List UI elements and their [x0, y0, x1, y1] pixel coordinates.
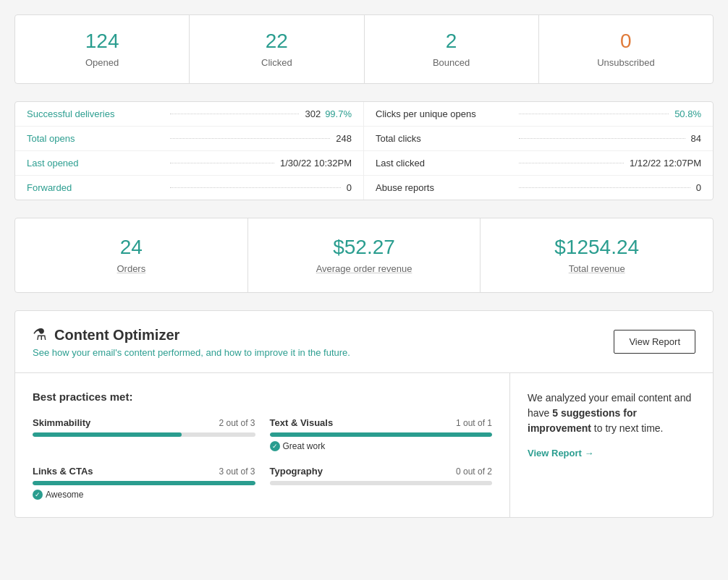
- stat-opened: 124 Opened: [15, 15, 190, 83]
- practice-score: 2 out of 3: [219, 418, 255, 428]
- practice-score: 0 out of 2: [456, 466, 492, 477]
- optimizer-title: Content Optimizer: [54, 327, 179, 344]
- metric-total-clicks: Total clicks 84: [364, 127, 713, 151]
- practice-name: Links & CTAs: [33, 466, 93, 477]
- unsubscribed-label: Unsubscribed: [597, 57, 655, 68]
- view-report-link[interactable]: View Report →: [528, 448, 695, 459]
- metric-label: Last clicked: [376, 158, 513, 169]
- practice-typography: Typography 0 out of 2: [270, 466, 493, 500]
- practices-grid: Skimmability 2 out of 3 Text & Visuals 1…: [33, 417, 492, 500]
- metric-sub-label: 99.7%: [325, 108, 352, 119]
- revenue-orders: 24 Orders: [15, 218, 248, 292]
- practice-name: Skimmability: [33, 417, 90, 428]
- revenue-row: 24 Orders $52.27 Average order revenue $…: [14, 218, 714, 293]
- opened-number: 124: [27, 30, 177, 53]
- practice-links-ctas: Links & CTAs 3 out of 3 ✓ Awesome: [33, 466, 255, 500]
- bounced-number: 2: [376, 30, 527, 53]
- metric-value: 84: [691, 133, 701, 144]
- metric-total-opens: Total opens 248: [15, 127, 363, 151]
- practice-name: Text & Visuals: [270, 417, 334, 428]
- optimizer-body: Best practices met: Skimmability 2 out o…: [15, 373, 713, 517]
- metric-label: Last opened: [27, 158, 164, 169]
- view-report-button[interactable]: View Report: [614, 330, 695, 354]
- metric-value: 1/30/22 10:32PM: [280, 158, 352, 169]
- metric-sub-value: 302: [305, 108, 321, 119]
- progress-bar-bg: [270, 432, 493, 437]
- practices-title: Best practices met:: [33, 391, 492, 403]
- flask-icon: ⚗: [33, 325, 47, 344]
- metric-value: 248: [336, 133, 352, 144]
- check-icon: ✓: [33, 490, 43, 500]
- progress-bar-bg: [33, 432, 255, 437]
- stat-bounced: 2 Bounced: [365, 15, 539, 83]
- metric-value: 0: [696, 182, 701, 193]
- practice-score: 3 out of 3: [219, 466, 255, 477]
- metrics-right-col: Clicks per unique opens 50.8% Total clic…: [364, 102, 713, 200]
- metric-forwarded: Forwarded 0: [15, 176, 363, 200]
- metric-label: Forwarded: [27, 182, 164, 193]
- optimizer-title-area: ⚗ Content Optimizer See how your email's…: [33, 325, 350, 358]
- bounced-label: Bounced: [433, 57, 470, 68]
- metric-abuse-reports: Abuse reports 0: [364, 176, 713, 200]
- content-optimizer-card: ⚗ Content Optimizer See how your email's…: [14, 310, 714, 518]
- metric-value: 0: [347, 182, 352, 193]
- metrics-grid: Successful deliveries 302 99.7% Total op…: [14, 101, 714, 200]
- badge-label: Great work: [283, 441, 326, 451]
- metrics-left-col: Successful deliveries 302 99.7% Total op…: [15, 102, 364, 200]
- metric-last-clicked: Last clicked 1/12/22 12:07PM: [364, 151, 713, 176]
- optimizer-subtitle: See how your email's content performed, …: [33, 347, 350, 358]
- check-icon: ✓: [270, 441, 280, 451]
- clicked-label: Clicked: [261, 57, 292, 68]
- metric-value: 50.8%: [674, 108, 701, 119]
- opened-label: Opened: [85, 57, 119, 68]
- metric-label: Total clicks: [376, 133, 513, 144]
- metric-label: Successful deliveries: [27, 108, 164, 119]
- orders-number: 24: [27, 236, 236, 259]
- practice-text-visuals: Text & Visuals 1 out of 1 ✓ Great work: [270, 417, 493, 451]
- metric-label: Abuse reports: [376, 182, 513, 193]
- metric-last-opened: Last opened 1/30/22 10:32PM: [15, 151, 363, 176]
- suggestions-panel: We analyzed your email content and have …: [510, 373, 713, 517]
- practice-badge-links: ✓ Awesome: [33, 490, 255, 500]
- progress-bar-fill: [270, 432, 493, 437]
- total-revenue-number: $1254.24: [492, 236, 701, 259]
- avg-order-label: Average order revenue: [316, 263, 412, 274]
- avg-order-number: $52.27: [260, 236, 469, 259]
- practice-name: Typography: [270, 466, 323, 477]
- progress-bar-fill: [33, 432, 182, 437]
- revenue-total: $1254.24 Total revenue: [481, 218, 713, 292]
- badge-label: Awesome: [46, 490, 83, 500]
- practices-panel: Best practices met: Skimmability 2 out o…: [15, 373, 510, 517]
- practice-badge-text-visuals: ✓ Great work: [270, 441, 493, 451]
- stat-unsubscribed: 0 Unsubscribed: [539, 15, 713, 83]
- metric-label: Total opens: [27, 133, 164, 144]
- stats-row: 124 Opened 22 Clicked 2 Bounced 0 Unsubs…: [14, 14, 714, 84]
- metric-successful-deliveries: Successful deliveries 302 99.7%: [15, 102, 363, 127]
- progress-bar-fill: [33, 481, 255, 485]
- optimizer-header: ⚗ Content Optimizer See how your email's…: [15, 311, 713, 373]
- stat-clicked: 22 Clicked: [190, 15, 364, 83]
- optimizer-title-row: ⚗ Content Optimizer: [33, 325, 350, 344]
- metric-value: 1/12/22 12:07PM: [630, 158, 701, 169]
- metric-label: Clicks per unique opens: [376, 108, 513, 119]
- metric-clicks-unique: Clicks per unique opens 50.8%: [364, 102, 713, 127]
- revenue-avg-order: $52.27 Average order revenue: [248, 218, 481, 292]
- practice-skimmability: Skimmability 2 out of 3: [33, 417, 255, 451]
- progress-bar-bg: [33, 481, 255, 485]
- progress-bar-bg: [270, 481, 493, 485]
- total-revenue-label: Total revenue: [569, 263, 625, 274]
- clicked-number: 22: [201, 30, 352, 53]
- suggestions-text: We analyzed your email content and have …: [528, 391, 695, 436]
- orders-label: Orders: [117, 263, 145, 274]
- unsubscribed-number: 0: [551, 30, 701, 53]
- practice-score: 1 out of 1: [456, 418, 492, 428]
